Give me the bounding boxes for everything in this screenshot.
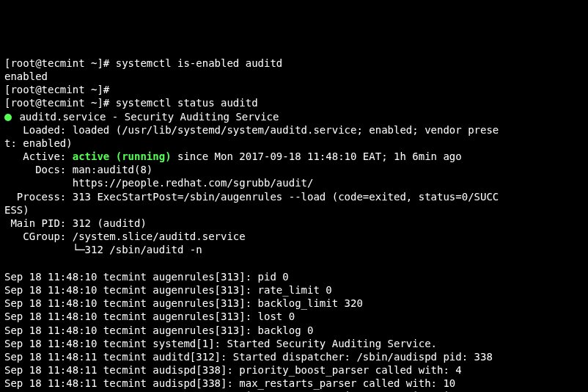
terminal-line: Sep 18 11:48:10 tecmint augenrules[313]:… <box>4 297 584 310</box>
terminal-line: [root@tecmint ~]# <box>4 83 584 96</box>
text-span: active (running) <box>73 150 172 162</box>
terminal-line: CGroup: /system.slice/auditd.service <box>4 230 584 243</box>
terminal-line: ESS) <box>4 203 584 217</box>
text-span: auditd.service - Security Auditing Servi… <box>13 111 279 123</box>
text-span: └─312 /sbin/auditd -n <box>4 244 202 255</box>
text-span: Process: 313 ExecStartPost=/sbin/augenru… <box>4 191 499 203</box>
terminal-line: Sep 18 11:48:10 tecmint systemd[1]: Star… <box>4 337 584 350</box>
text-span: ESS) <box>4 204 29 216</box>
terminal-line <box>4 257 584 270</box>
text-span: Sep 18 11:48:10 tecmint augenrules[313]:… <box>4 284 332 296</box>
text-span: Docs: man:auditd(8) <box>4 164 152 175</box>
text-span: Active: <box>4 150 73 162</box>
text-span: Sep 18 11:48:10 tecmint augenrules[313]:… <box>4 271 289 283</box>
text-span: Loaded: loaded (/usr/lib/systemd/system/… <box>4 124 499 136</box>
terminal-output[interactable]: [root@tecmint ~]# systemctl is-enabled a… <box>4 57 584 392</box>
text-span: enabled <box>4 70 48 82</box>
text-span <box>4 258 10 269</box>
terminal-line: t: enabled) <box>4 137 584 150</box>
text-span: t: enabled) <box>4 137 73 149</box>
terminal-line: enabled <box>4 70 584 83</box>
text-span: [root@tecmint ~]# systemctl status audit… <box>4 97 258 109</box>
terminal-line: Sep 18 11:48:11 tecmint audispd[338]: pr… <box>4 363 584 377</box>
text-span: CGroup: /system.slice/auditd.service <box>4 231 246 242</box>
text-span: Sep 18 11:48:10 tecmint augenrules[313]:… <box>4 311 295 322</box>
terminal-line: https://people.redhat.com/sgrubb/audit/ <box>4 176 584 189</box>
terminal-line: Loaded: loaded (/usr/lib/systemd/system/… <box>4 123 584 137</box>
terminal-line: Main PID: 312 (auditd) <box>4 217 584 230</box>
text-span: Sep 18 11:48:11 tecmint auditd[312]: Sta… <box>4 351 493 363</box>
terminal-line: Process: 313 ExecStartPost=/sbin/augenru… <box>4 190 584 203</box>
text-span: [root@tecmint ~]# <box>4 84 116 95</box>
terminal-line: Active: active (running) since Mon 2017-… <box>4 150 584 163</box>
text-span: since Mon 2017-09-18 11:48:10 EAT; 1h 6m… <box>172 150 462 162</box>
text-span: Sep 18 11:48:10 tecmint augenrules[313]:… <box>4 324 313 336</box>
text-span: Sep 18 11:48:11 tecmint audispd[338]: pr… <box>4 364 462 376</box>
text-span: Sep 18 11:48:10 tecmint augenrules[313]:… <box>4 297 363 309</box>
terminal-line: Docs: man:auditd(8) <box>4 163 584 176</box>
text-span: Sep 18 11:48:10 tecmint systemd[1]: Star… <box>4 338 437 349</box>
terminal-line: [root@tecmint ~]# systemctl is-enabled a… <box>4 57 584 70</box>
text-span: Main PID: 312 (auditd) <box>4 217 147 229</box>
terminal-line: Sep 18 11:48:10 tecmint augenrules[313]:… <box>4 324 584 337</box>
text-span: [root@tecmint ~]# systemctl is-enabled a… <box>4 57 282 69</box>
text-span: Sep 18 11:48:11 tecmint audispd[338]: ma… <box>4 377 455 389</box>
terminal-line: auditd.service - Security Auditing Servi… <box>4 110 584 123</box>
terminal-line: Sep 18 11:48:11 tecmint auditd[312]: Sta… <box>4 350 584 363</box>
terminal-line: Sep 18 11:48:10 tecmint augenrules[313]:… <box>4 310 584 323</box>
status-dot-icon <box>4 114 12 121</box>
terminal-line: Sep 18 11:48:10 tecmint augenrules[313]:… <box>4 270 584 283</box>
terminal-line: [root@tecmint ~]# systemctl status audit… <box>4 96 584 109</box>
terminal-line: Sep 18 11:48:11 tecmint audispd[338]: ma… <box>4 377 584 390</box>
terminal-line: Sep 18 11:48:10 tecmint augenrules[313]:… <box>4 283 584 297</box>
terminal-line: └─312 /sbin/auditd -n <box>4 243 584 256</box>
text-span: https://people.redhat.com/sgrubb/audit/ <box>4 177 313 189</box>
